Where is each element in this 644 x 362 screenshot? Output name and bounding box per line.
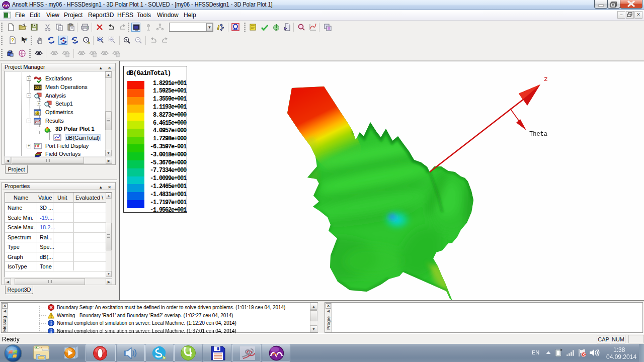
svg-text:?: ? (25, 37, 28, 42)
svg-text:1: 1 (85, 38, 88, 42)
svg-text:222: 222 (35, 85, 42, 90)
svg-text:?: ? (11, 38, 14, 43)
svg-text:z: z (544, 75, 548, 83)
svg-text:Theta: Theta (529, 131, 547, 138)
